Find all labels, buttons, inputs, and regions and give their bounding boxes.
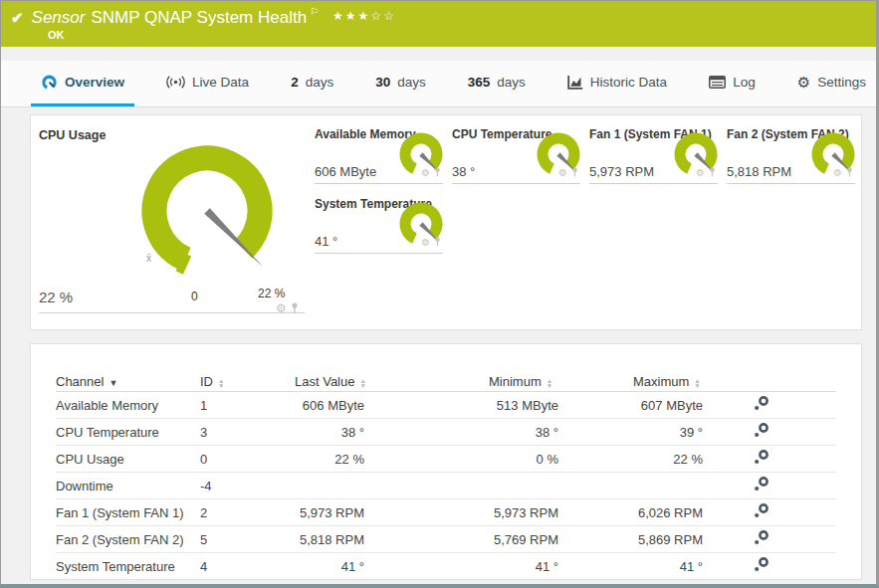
page-title: SNMP QNAP System Health	[91, 8, 307, 28]
cell-minimum: 0 %	[419, 452, 613, 467]
sort-desc-icon: ▼	[109, 378, 117, 388]
column-header-channel[interactable]: Channel▼	[56, 374, 200, 389]
cell-maximum: 22 %	[613, 452, 753, 467]
average-marker: x̄	[146, 253, 151, 264]
tab-overview[interactable]: Overview	[31, 61, 134, 106]
sort-icon: ▲▼	[547, 378, 552, 388]
cell-last-value: 22 %	[270, 452, 419, 467]
sensor-header: ✔ Sensor SNMP QNAP System Health ⚐ ★★★☆☆…	[1, 1, 876, 47]
log-icon	[709, 76, 726, 89]
gauge-settings-icon[interactable]: ⚙	[833, 167, 842, 178]
gauge-settings-icon[interactable]: ⚙	[558, 167, 567, 178]
channels-table-panel: Channel▼ ID▲▼ Last Value▲▼ Minimum▲▼ Max…	[30, 343, 862, 580]
gauge-cell: CPU Temperature38 °⚙	[452, 121, 580, 184]
sensor-kind-label: Sensor	[32, 8, 86, 28]
channel-settings-icon[interactable]	[753, 529, 769, 546]
pin-icon[interactable]	[291, 299, 299, 317]
gauge-settings-icon[interactable]: ⚙	[696, 167, 705, 178]
gauge-settings-icon[interactable]: ⚙	[421, 167, 430, 178]
table-row: Downtime-4	[56, 473, 836, 499]
table-body: Available Memory1606 MByte513 MByte607 M…	[31, 392, 861, 580]
cell-last-value: 5,818 RPM	[270, 532, 419, 547]
channel-settings-icon[interactable]	[753, 395, 769, 412]
cell-channel[interactable]: Fan 2 (System FAN 2)	[56, 532, 200, 547]
cell-maximum: 607 MByte	[613, 398, 753, 413]
tab-live-data[interactable]: Live Data	[156, 61, 259, 106]
table-row: System Temperature441 °41 °41 °	[56, 553, 836, 580]
tab-label: Live Data	[192, 75, 249, 90]
cell-last-value: 41 °	[270, 559, 419, 574]
gauge-value: 5,818 RPM	[727, 164, 791, 179]
cell-channel[interactable]: Fan 1 (System FAN 1)	[56, 505, 200, 520]
tab-number: 2	[291, 75, 299, 90]
channel-settings-icon[interactable]	[753, 502, 769, 519]
gauge-value: 38 °	[452, 164, 475, 179]
live-icon	[166, 75, 185, 90]
cell-minimum: 5,973 RPM	[419, 505, 613, 520]
status-badge: OK	[11, 29, 876, 41]
cell-maximum: 6,026 RPM	[613, 505, 753, 520]
gauge-cell: Available Memory606 MByte⚙	[315, 121, 443, 184]
channel-settings-icon[interactable]	[753, 556, 769, 573]
cell-id: 5	[200, 532, 270, 547]
gauge-scale-max: 22 %	[258, 287, 285, 300]
pin-icon[interactable]	[846, 163, 853, 181]
column-header-id[interactable]: ID▲▼	[200, 374, 270, 389]
column-header-maximum[interactable]: Maximum▲▼	[613, 374, 753, 389]
pin-icon[interactable]	[571, 163, 578, 181]
status-check-icon: ✔	[11, 9, 24, 27]
flag-icon[interactable]: ⚐	[310, 6, 319, 17]
tab-label: days	[397, 75, 426, 90]
column-header-minimum[interactable]: Minimum▲▼	[419, 374, 613, 389]
gauge-value: 41 °	[315, 234, 337, 249]
table-row: Fan 1 (System FAN 1)25,973 RPM5,973 RPM6…	[56, 499, 836, 526]
gauge-cell: Fan 1 (System FAN 1)5,973 RPM⚙	[589, 121, 718, 184]
pin-icon[interactable]	[709, 163, 716, 181]
cell-id: -4	[200, 479, 270, 493]
cell-last-value: 606 MByte	[270, 398, 419, 413]
channel-settings-icon[interactable]	[753, 476, 769, 492]
cell-maximum: 5,869 RPM	[613, 532, 753, 547]
tab-number: 365	[468, 75, 491, 90]
gauge-settings-icon[interactable]: ⚙	[421, 237, 430, 248]
pin-icon[interactable]	[434, 233, 441, 251]
gauge-icon	[41, 74, 58, 91]
gauge-scale-min: 0	[191, 290, 198, 303]
gear-icon: ⚙	[797, 74, 810, 92]
sort-icon: ▲▼	[218, 378, 224, 388]
sort-icon: ▲▼	[359, 378, 365, 388]
tab-label: days	[497, 75, 526, 90]
cell-channel[interactable]: CPU Usage	[56, 452, 200, 467]
tab-30-days[interactable]: 30days	[365, 61, 436, 106]
channel-settings-icon[interactable]	[753, 449, 769, 466]
column-header-last-value[interactable]: Last Value▲▼	[270, 374, 419, 389]
tab-365-days[interactable]: 365days	[458, 61, 536, 106]
pin-icon[interactable]	[434, 163, 441, 181]
gauges-panel: CPU Usage x̄ 0 22 % 22 % ⚙ Available Mem…	[30, 114, 862, 330]
cell-maximum: 39 °	[613, 425, 753, 440]
chart-icon	[567, 75, 583, 90]
table-row: CPU Usage022 %0 %22 %	[56, 446, 836, 473]
tab-log[interactable]: Log	[699, 61, 766, 106]
tab-historic-data[interactable]: Historic Data	[557, 61, 677, 106]
gauge-value: 606 MByte	[315, 164, 376, 179]
tab-label: Historic Data	[590, 75, 667, 90]
cell-minimum: 38 °	[419, 425, 613, 440]
priority-stars[interactable]: ★★★☆☆	[332, 9, 396, 23]
cell-channel[interactable]: Downtime	[56, 479, 200, 493]
cell-id: 0	[200, 452, 270, 467]
prtg-window: ✔ Sensor SNMP QNAP System Health ⚐ ★★★☆☆…	[0, 0, 879, 588]
cell-last-value: 38 °	[270, 425, 419, 440]
cell-minimum: 513 MByte	[419, 398, 613, 413]
cell-channel[interactable]: Available Memory	[56, 398, 200, 413]
tab-settings[interactable]: ⚙Settings	[787, 61, 876, 106]
tab-label: Log	[733, 75, 756, 90]
table-header-row: Channel▼ ID▲▼ Last Value▲▼ Minimum▲▼ Max…	[56, 372, 836, 392]
table-row: Available Memory1606 MByte513 MByte607 M…	[56, 392, 836, 419]
cell-minimum: 41 °	[419, 559, 613, 574]
tab-2-days[interactable]: 2days	[281, 61, 343, 106]
channel-settings-icon[interactable]	[753, 422, 769, 439]
cell-channel[interactable]: System Temperature	[56, 559, 200, 574]
cell-last-value: 5,973 RPM	[270, 505, 419, 520]
cell-channel[interactable]: CPU Temperature	[56, 425, 200, 440]
